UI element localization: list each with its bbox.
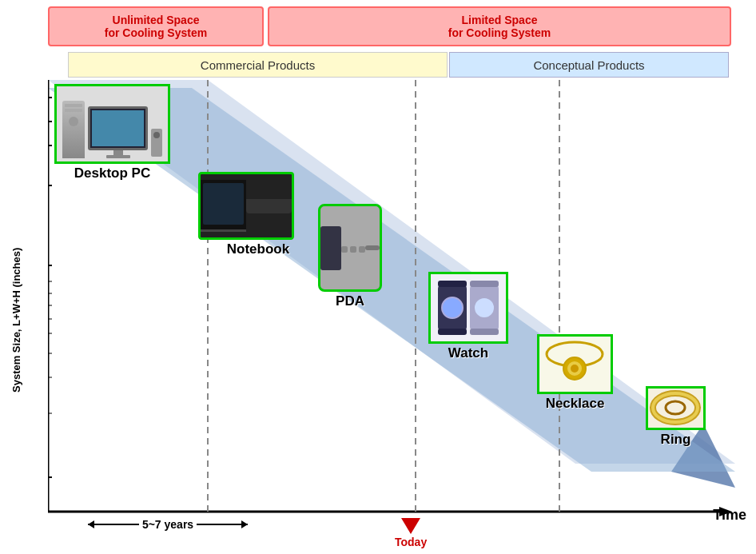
svg-point-41 bbox=[666, 401, 685, 414]
chart-container: Unlimited Space for Cooling System Limit… bbox=[0, 0, 756, 554]
notebook-image bbox=[198, 172, 294, 240]
years-annotation: 5~7 years bbox=[88, 518, 248, 531]
svg-point-38 bbox=[571, 365, 579, 373]
today-arrow bbox=[401, 518, 420, 534]
product-desktop-pc: Desktop PC bbox=[54, 84, 170, 181]
commercial-products-label: Commercial Products bbox=[68, 52, 448, 78]
today-label: Today bbox=[395, 536, 427, 548]
years-label: 5~7 years bbox=[142, 518, 193, 531]
pda-image bbox=[318, 204, 382, 292]
limited-space-banner: Limited Space for Cooling System bbox=[268, 6, 731, 46]
product-pda: PDA bbox=[318, 204, 382, 309]
today-marker: Today bbox=[395, 518, 427, 548]
ring-image bbox=[646, 386, 706, 430]
product-necklace: Necklace bbox=[537, 334, 613, 412]
conceptual-products-label: Conceptual Products bbox=[449, 52, 729, 78]
desktop-pc-image bbox=[54, 84, 170, 164]
unlimited-space-banner: Unlimited Space for Cooling System bbox=[48, 6, 264, 46]
product-watch: Watch bbox=[428, 272, 508, 361]
watch-image bbox=[428, 272, 508, 344]
necklace-image bbox=[537, 334, 613, 394]
time-label: Time bbox=[713, 507, 746, 524]
product-notebook: Notebook bbox=[198, 172, 294, 257]
product-ring: Ring bbox=[646, 386, 706, 448]
svg-point-40 bbox=[653, 393, 698, 422]
y-axis-label: System Size, L+W+H (inches) bbox=[4, 240, 28, 400]
